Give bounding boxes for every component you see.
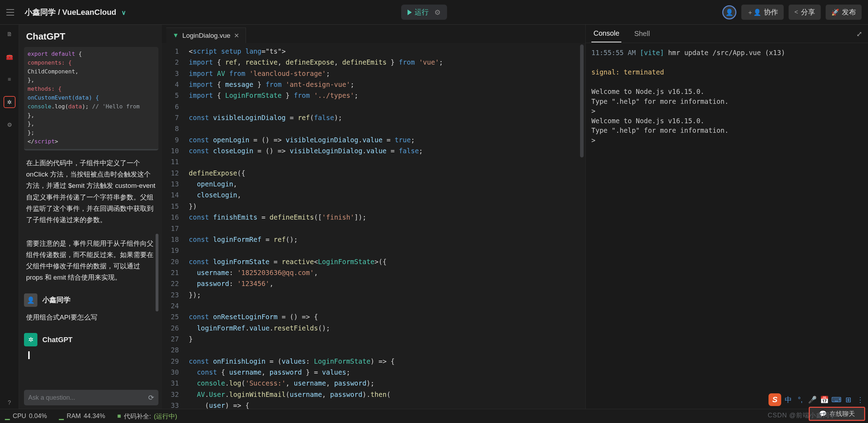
rail-files-icon[interactable]: 🗎 [4,28,16,40]
user-name: 小鑫同学 [42,295,71,305]
side-rail: 🗎 🧰 ≡ ✲ ⚙ ? [0,25,19,409]
terminal-body[interactable]: 11:55:55 AM [vite] hmr update /src/App.v… [586,43,868,409]
chat-gpt-message: ✲ ChatGPT [24,333,158,364]
breadcrumb-owner: 小鑫同学 [25,8,56,17]
ime-toolbar[interactable]: S 中 °, 🎤 📅 ⌨ ⊞ ⋮ [768,393,865,406]
rail-chatgpt-icon[interactable]: ✲ [4,96,16,108]
watermark: CSDN @前端小鑫同学 [768,411,836,419]
publish-button[interactable]: 🚀发布 [826,5,862,20]
breadcrumb[interactable]: 小鑫同学 / VueLeanCloud ∨ [25,7,126,18]
tab-bar: ▼ LoginDialog.vue ✕ [162,25,585,43]
chat-user-message: 👤 小鑫同学 使用组合式API要怎么写 [24,293,158,324]
editor-panel: ▼ LoginDialog.vue ✕ 12345678910111213141… [162,25,586,409]
chat-scroll: 在上面的代码中，子组件中定义了一个 onClick 方法，当按钮被点击时会触发这… [24,156,158,387]
user-message-text: 使用组合式API要怎么写 [24,310,158,324]
topbar: 小鑫同学 / VueLeanCloud ∨ 运行 ⚙ 👤 ＋👤协作 <分享 🚀发… [0,0,868,25]
editor-scrollbar[interactable] [579,44,585,408]
expand-icon[interactable]: ⤢ [856,30,862,38]
gpt-message-text [24,350,158,364]
terminal-panel: Console Shell ⤢ 11:55:55 AM [vite] hmr u… [586,25,868,409]
vue-icon: ▼ [173,32,179,39]
menu-icon[interactable] [6,9,14,16]
ime-logo-icon[interactable]: S [768,393,781,406]
close-icon[interactable]: ✕ [234,32,239,40]
terminal-tabbar: Console Shell ⤢ [586,25,868,43]
collab-button[interactable]: ＋👤协作 [741,5,784,20]
share-icon: < [794,8,798,16]
chat-input-row: ⟳ [24,390,158,405]
typing-cursor [28,351,30,359]
tab-label: LoginDialog.vue [182,32,230,40]
ime-grid-icon[interactable]: ⊞ [843,395,853,405]
ime-mic-icon[interactable]: 🎤 [807,395,817,405]
chat-paragraph: 需要注意的是，事件只能用于从子组件向父组件传递数据，而不能反过来。如果需要在父组… [24,237,158,285]
ime-lang-icon[interactable]: 中 [783,395,793,405]
ime-punct-icon[interactable]: °, [795,395,805,405]
ime-more-icon[interactable]: ⋮ [855,395,865,405]
rocket-icon: 🚀 [831,8,839,16]
avatar[interactable]: 👤 [722,5,736,19]
run-toolbar: 运行 ⚙ [401,5,447,20]
play-icon [408,10,412,15]
ime-cal-icon[interactable]: 📅 [819,395,829,405]
run-button[interactable]: 运行 [408,7,429,17]
person-add-icon: ＋👤 [747,8,761,17]
run-settings-icon[interactable]: ⚙ [434,8,441,17]
code-area[interactable]: <script setup lang="ts"> import { ref, r… [182,43,585,409]
status-ram: ▁RAM 44.34% [59,412,105,420]
share-button[interactable]: <分享 [789,5,821,20]
breadcrumb-repo: VueLeanCloud [62,8,116,17]
chat-refresh-icon[interactable]: ⟳ [148,393,154,402]
rail-list-icon[interactable]: ≡ [4,73,16,85]
user-avatar-icon: 👤 [24,293,37,307]
tab-shell[interactable]: Shell [632,25,652,42]
ime-kb-icon[interactable]: ⌨ [831,395,841,405]
status-bar: ▁CPU 0.04% ▁RAM 44.34% ■代码补全: (运行中) [0,409,868,423]
chat-panel: ChatGPT export default { components: { C… [19,25,162,409]
editor-scrollbar-thumb[interactable] [580,44,584,157]
rail-help-icon[interactable]: ? [4,397,16,409]
chat-scrollbar[interactable] [156,156,158,387]
status-code-assist: ■代码补全: (运行中) [117,412,177,421]
rail-tools-icon[interactable]: 🧰 [4,51,16,63]
chat-scrollbar-thumb[interactable] [156,234,158,311]
chat-paragraph: 在上面的代码中，子组件中定义了一个 onClick 方法，当按钮被点击时会触发这… [24,156,158,227]
gpt-name: ChatGPT [42,336,73,344]
chat-code-snippet: export default { components: { ChildComp… [24,47,158,150]
dropdown-icon[interactable]: ∨ [121,9,126,16]
tab-console[interactable]: Console [591,25,621,42]
chat-title: ChatGPT [24,30,158,47]
status-cpu: ▁CPU 0.04% [5,412,47,420]
gpt-avatar-icon: ✲ [24,333,37,346]
line-gutter: 1234567891011121314151617181920212223242… [162,43,182,409]
tab-logindialog[interactable]: ▼ LoginDialog.vue ✕ [166,28,246,43]
editor-body[interactable]: 1234567891011121314151617181920212223242… [162,43,585,409]
rail-settings-icon[interactable]: ⚙ [4,119,16,131]
topbar-right: 👤 ＋👤协作 <分享 🚀发布 [722,5,862,20]
main: 🗎 🧰 ≡ ✲ ⚙ ? ChatGPT export default { com… [0,25,868,409]
chat-input[interactable] [28,394,148,401]
